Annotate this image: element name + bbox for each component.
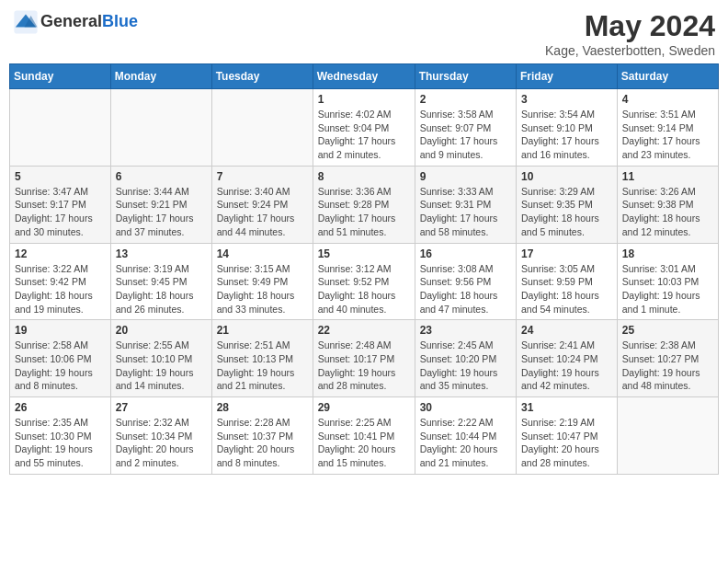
title-block: May 2024 Kage, Vaesterbotten, Sweden [545,9,715,58]
day-number: 16 [420,247,511,260]
calendar-cell [211,89,313,167]
calendar-cell [110,89,211,167]
calendar-body: 1Sunrise: 4:02 AM Sunset: 9:04 PM Daylig… [10,89,719,475]
weekday-header-friday: Friday [517,64,618,89]
day-info: Sunrise: 3:05 AM Sunset: 9:59 PM Dayligh… [521,262,612,316]
calendar-cell: 9Sunrise: 3:33 AM Sunset: 9:31 PM Daylig… [415,166,516,243]
day-number: 19 [15,324,106,337]
day-info: Sunrise: 3:01 AM Sunset: 10:03 PM Daylig… [622,262,713,316]
day-info: Sunrise: 2:35 AM Sunset: 10:30 PM Daylig… [15,416,106,470]
day-number: 18 [622,247,713,260]
weekday-header-row: SundayMondayTuesdayWednesdayThursdayFrid… [10,64,719,89]
weekday-header-wednesday: Wednesday [313,64,415,89]
day-number: 10 [521,170,612,183]
calendar-cell: 19Sunrise: 2:58 AM Sunset: 10:06 PM Dayl… [10,320,111,397]
calendar-cell: 29Sunrise: 2:25 AM Sunset: 10:41 PM Dayl… [313,397,415,475]
calendar-cell: 5Sunrise: 3:47 AM Sunset: 9:17 PM Daylig… [10,166,111,243]
calendar-cell: 25Sunrise: 2:38 AM Sunset: 10:27 PM Dayl… [617,320,718,397]
day-number: 8 [318,170,410,183]
day-info: Sunrise: 3:08 AM Sunset: 9:56 PM Dayligh… [420,262,511,316]
day-info: Sunrise: 3:19 AM Sunset: 9:45 PM Dayligh… [116,262,207,316]
day-info: Sunrise: 2:48 AM Sunset: 10:17 PM Daylig… [318,339,410,393]
day-number: 22 [318,324,410,337]
day-number: 3 [521,93,612,106]
calendar-cell: 24Sunrise: 2:41 AM Sunset: 10:24 PM Dayl… [517,320,618,397]
day-number: 27 [116,401,207,414]
day-number: 7 [217,170,308,183]
calendar-cell: 10Sunrise: 3:29 AM Sunset: 9:35 PM Dayli… [517,166,618,243]
calendar-cell: 13Sunrise: 3:19 AM Sunset: 9:45 PM Dayli… [110,243,211,320]
day-number: 13 [116,247,207,260]
day-number: 9 [420,170,511,183]
day-info: Sunrise: 3:33 AM Sunset: 9:31 PM Dayligh… [420,185,511,239]
day-number: 14 [217,247,308,260]
day-info: Sunrise: 2:25 AM Sunset: 10:41 PM Daylig… [318,416,410,470]
day-number: 12 [15,247,106,260]
logo-icon [13,9,39,35]
day-info: Sunrise: 3:26 AM Sunset: 9:38 PM Dayligh… [622,185,713,239]
month-title: May 2024 [545,9,715,43]
logo-blue: Blue [102,12,138,30]
calendar-cell: 26Sunrise: 2:35 AM Sunset: 10:30 PM Dayl… [10,397,111,475]
day-info: Sunrise: 3:51 AM Sunset: 9:14 PM Dayligh… [622,108,713,162]
calendar-cell: 31Sunrise: 2:19 AM Sunset: 10:47 PM Dayl… [517,397,618,475]
day-info: Sunrise: 3:40 AM Sunset: 9:24 PM Dayligh… [217,185,308,239]
calendar-header: SundayMondayTuesdayWednesdayThursdayFrid… [10,64,719,89]
day-info: Sunrise: 3:47 AM Sunset: 9:17 PM Dayligh… [15,185,106,239]
day-number: 20 [116,324,207,337]
calendar-cell: 1Sunrise: 4:02 AM Sunset: 9:04 PM Daylig… [313,89,415,167]
calendar-cell: 21Sunrise: 2:51 AM Sunset: 10:13 PM Dayl… [211,320,313,397]
day-number: 23 [420,324,511,337]
weekday-header-monday: Monday [110,64,211,89]
calendar-cell: 2Sunrise: 3:58 AM Sunset: 9:07 PM Daylig… [415,89,516,167]
calendar-cell: 3Sunrise: 3:54 AM Sunset: 9:10 PM Daylig… [517,89,618,167]
logo: GeneralBlue [13,9,138,35]
day-info: Sunrise: 2:28 AM Sunset: 10:37 PM Daylig… [217,416,308,470]
weekday-header-thursday: Thursday [415,64,516,89]
day-number: 28 [217,401,308,414]
day-info: Sunrise: 3:54 AM Sunset: 9:10 PM Dayligh… [521,108,612,162]
calendar-cell: 20Sunrise: 2:55 AM Sunset: 10:10 PM Dayl… [110,320,211,397]
calendar-cell: 12Sunrise: 3:22 AM Sunset: 9:42 PM Dayli… [10,243,111,320]
calendar-cell: 16Sunrise: 3:08 AM Sunset: 9:56 PM Dayli… [415,243,516,320]
calendar-cell: 15Sunrise: 3:12 AM Sunset: 9:52 PM Dayli… [313,243,415,320]
day-number: 26 [15,401,106,414]
day-info: Sunrise: 4:02 AM Sunset: 9:04 PM Dayligh… [318,108,410,162]
page-header: GeneralBlue May 2024 Kage, Vaesterbotten… [9,9,719,58]
day-number: 31 [521,401,612,414]
day-number: 29 [318,401,410,414]
calendar-cell: 8Sunrise: 3:36 AM Sunset: 9:28 PM Daylig… [313,166,415,243]
day-number: 4 [622,93,713,106]
calendar-cell: 28Sunrise: 2:28 AM Sunset: 10:37 PM Dayl… [211,397,313,475]
day-info: Sunrise: 2:38 AM Sunset: 10:27 PM Daylig… [622,339,713,393]
weekday-header-saturday: Saturday [617,64,718,89]
day-info: Sunrise: 2:45 AM Sunset: 10:20 PM Daylig… [420,339,511,393]
day-info: Sunrise: 3:36 AM Sunset: 9:28 PM Dayligh… [318,185,410,239]
calendar-cell: 7Sunrise: 3:40 AM Sunset: 9:24 PM Daylig… [211,166,313,243]
day-info: Sunrise: 3:44 AM Sunset: 9:21 PM Dayligh… [116,185,207,239]
calendar-cell: 6Sunrise: 3:44 AM Sunset: 9:21 PM Daylig… [110,166,211,243]
calendar-week-2: 5Sunrise: 3:47 AM Sunset: 9:17 PM Daylig… [10,166,719,243]
day-number: 17 [521,247,612,260]
calendar-cell [10,89,111,167]
calendar-cell: 4Sunrise: 3:51 AM Sunset: 9:14 PM Daylig… [617,89,718,167]
calendar-cell: 18Sunrise: 3:01 AM Sunset: 10:03 PM Dayl… [617,243,718,320]
day-number: 24 [521,324,612,337]
calendar-cell: 14Sunrise: 3:15 AM Sunset: 9:49 PM Dayli… [211,243,313,320]
day-number: 2 [420,93,511,106]
calendar-cell [617,397,718,475]
calendar-cell: 30Sunrise: 2:22 AM Sunset: 10:44 PM Dayl… [415,397,516,475]
day-info: Sunrise: 2:55 AM Sunset: 10:10 PM Daylig… [116,339,207,393]
weekday-header-sunday: Sunday [10,64,111,89]
weekday-header-tuesday: Tuesday [211,64,313,89]
calendar-cell: 11Sunrise: 3:26 AM Sunset: 9:38 PM Dayli… [617,166,718,243]
day-number: 30 [420,401,511,414]
calendar-week-4: 19Sunrise: 2:58 AM Sunset: 10:06 PM Dayl… [10,320,719,397]
day-number: 6 [116,170,207,183]
calendar-cell: 17Sunrise: 3:05 AM Sunset: 9:59 PM Dayli… [517,243,618,320]
day-info: Sunrise: 3:29 AM Sunset: 9:35 PM Dayligh… [521,185,612,239]
day-info: Sunrise: 3:22 AM Sunset: 9:42 PM Dayligh… [15,262,106,316]
day-info: Sunrise: 3:58 AM Sunset: 9:07 PM Dayligh… [420,108,511,162]
location-subtitle: Kage, Vaesterbotten, Sweden [545,43,715,58]
day-number: 1 [318,93,410,106]
